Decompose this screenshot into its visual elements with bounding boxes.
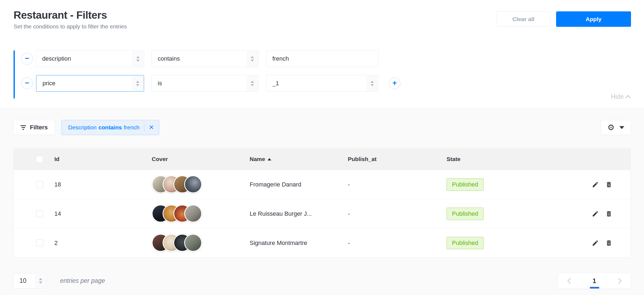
filter-operator-select[interactable]: is [151, 75, 259, 92]
filter-field-value: price [37, 80, 55, 87]
previous-page-button[interactable] [558, 273, 582, 289]
entries-table: Id Cover Name Publish_at State 18 Fromag… [13, 148, 631, 258]
current-page-number: 1 [593, 277, 596, 285]
column-header-cover[interactable]: Cover [152, 156, 250, 162]
cover-images [152, 234, 203, 252]
header-actions: Clear all Apply [497, 11, 631, 27]
title-block: Restaurant - Filters Set the conditions … [14, 9, 127, 30]
pagination: 1 [558, 273, 631, 289]
row-checkbox[interactable] [36, 239, 43, 247]
column-header-publish-at[interactable]: Publish_at [348, 156, 447, 162]
content-area: Filters Description contains french × ⚙ … [0, 109, 644, 295]
column-header-id[interactable]: Id [54, 156, 152, 162]
page-subtitle: Set the conditions to apply to filter th… [14, 23, 127, 30]
cell-id: 18 [54, 181, 152, 188]
hide-filters-link[interactable]: Hide [611, 93, 631, 100]
table-row[interactable]: 2 Signature Montmartre - Published [14, 228, 630, 257]
active-filter-tag: Description contains french × [61, 120, 159, 135]
filter-row: − price is _1 + [21, 75, 401, 92]
chevron-left-icon [567, 278, 573, 284]
edit-icon[interactable] [592, 239, 599, 247]
filter-operator-select[interactable]: contains [151, 50, 259, 67]
page-title: Restaurant - Filters [14, 9, 127, 21]
filter-field-select[interactable]: price [36, 75, 144, 92]
select-arrows-icon [247, 76, 258, 91]
minus-icon: − [25, 55, 29, 62]
filter-icon [21, 125, 26, 130]
filter-value-input[interactable] [266, 50, 378, 67]
hide-label: Hide [611, 93, 624, 100]
filter-operator-value: contains [152, 55, 180, 62]
status-badge: Published [447, 178, 484, 191]
next-page-button[interactable] [607, 273, 631, 289]
filter-row: − description contains [21, 50, 378, 67]
row-checkbox[interactable] [36, 181, 43, 188]
entries-per-page-label: entries per page [60, 277, 105, 284]
select-arrows-icon [247, 51, 258, 67]
select-arrows-icon [132, 76, 143, 91]
cover-photo [184, 205, 202, 222]
table-footer: 10 entries per page 1 [13, 273, 631, 289]
select-all-checkbox[interactable] [36, 156, 43, 163]
remove-filter-button[interactable]: − [21, 77, 33, 89]
apply-button[interactable]: Apply [556, 11, 631, 27]
status-badge: Published [447, 237, 484, 249]
page: Restaurant - Filters Set the conditions … [0, 0, 644, 295]
filter-value-number-input[interactable]: _1 [266, 75, 378, 92]
clear-all-button[interactable]: Clear all [497, 11, 550, 27]
filter-group-accent-bar [14, 50, 15, 99]
filter-tag-value: french [124, 124, 139, 131]
filter-tag-operator: contains [98, 124, 122, 131]
cell-name: Fromagerie Danard [250, 181, 348, 188]
cover-images [152, 205, 203, 223]
cell-id: 14 [54, 210, 152, 217]
remove-filter-tag-icon[interactable]: × [149, 123, 154, 131]
filter-tag-field: Description [68, 124, 97, 131]
list-toolbar: Filters Description contains french × ⚙ [13, 120, 631, 135]
remove-filter-button[interactable]: − [21, 53, 33, 65]
select-arrows-icon [132, 51, 144, 67]
filter-value: _1 [266, 80, 279, 87]
filter-field-select[interactable]: description [36, 50, 144, 67]
number-stepper-arrows-icon[interactable] [366, 76, 378, 91]
page-size-value: 10 [14, 277, 27, 284]
page-1-button[interactable]: 1 [582, 273, 606, 289]
cell-name: Signature Montmartre [250, 240, 348, 247]
filter-field-value: description [36, 55, 71, 62]
filters-button-label: Filters [30, 124, 48, 131]
column-header-state[interactable]: State [447, 156, 582, 162]
active-page-indicator [590, 287, 599, 289]
edit-icon[interactable] [592, 210, 599, 218]
chevron-down-icon [619, 126, 624, 129]
cell-id: 2 [54, 240, 152, 247]
cover-images [152, 175, 203, 194]
table-settings-button[interactable]: ⚙ [601, 120, 631, 135]
filter-operator-value: is [152, 80, 162, 87]
row-checkbox[interactable] [36, 210, 43, 217]
gear-icon: ⚙ [607, 123, 615, 132]
chevron-right-icon [616, 278, 622, 284]
delete-icon[interactable] [605, 239, 613, 247]
filters-button[interactable]: Filters [13, 120, 55, 135]
cover-photo [184, 175, 202, 193]
filters-panel: Restaurant - Filters Set the conditions … [0, 0, 644, 108]
add-filter-button[interactable]: + [389, 77, 401, 89]
table-header-row: Id Cover Name Publish_at State [14, 149, 630, 170]
edit-icon[interactable] [592, 181, 599, 188]
select-arrows-icon [35, 274, 46, 288]
cell-publish-at: - [348, 210, 447, 217]
delete-icon[interactable] [605, 181, 613, 188]
cell-publish-at: - [348, 181, 447, 188]
cell-name: Le Ruisseau Burger J... [250, 210, 348, 217]
table-row[interactable]: 18 Fromagerie Danard - Published [14, 170, 630, 199]
table-row[interactable]: 14 Le Ruisseau Burger J... - Published [14, 199, 630, 228]
delete-icon[interactable] [605, 210, 613, 218]
sort-asc-icon [267, 158, 271, 160]
status-badge: Published [447, 208, 484, 220]
chevron-up-icon [625, 95, 631, 100]
page-header: Restaurant - Filters Set the conditions … [14, 9, 631, 30]
page-size-select[interactable]: 10 [13, 273, 47, 289]
plus-icon: + [392, 79, 397, 87]
column-header-name[interactable]: Name [250, 156, 348, 162]
cell-publish-at: - [348, 240, 447, 247]
